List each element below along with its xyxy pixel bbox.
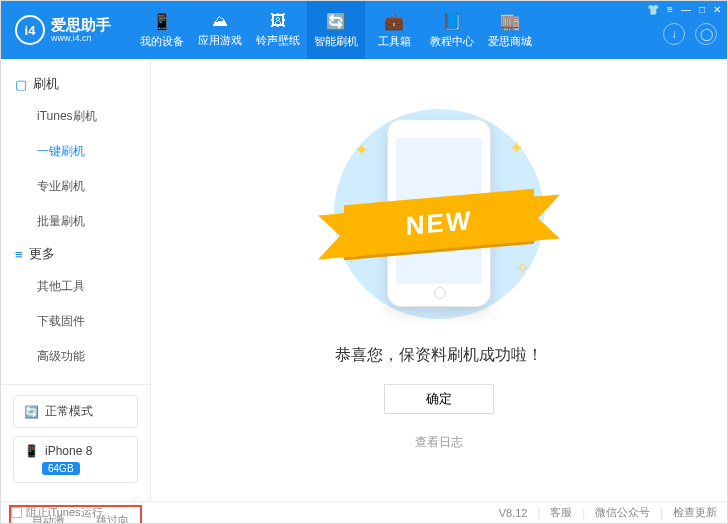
sidebar-item[interactable]: 高级功能 xyxy=(1,339,150,374)
nav-3[interactable]: 🔄智能刷机 xyxy=(307,1,365,59)
window-maximize-icon[interactable]: □ xyxy=(699,4,705,15)
checkbox-icon xyxy=(11,507,22,518)
nav-4[interactable]: 💼工具箱 xyxy=(365,1,423,59)
sparkle-icon: ✦ xyxy=(509,137,524,159)
window-close-icon[interactable]: ✕ xyxy=(713,4,721,15)
group-icon: ▢ xyxy=(15,77,27,92)
nav-label: 工具箱 xyxy=(378,34,411,49)
device-name: iPhone 8 xyxy=(45,444,92,458)
header-actions: ↓ ◯ xyxy=(663,23,717,45)
refresh-icon: 🔄 xyxy=(24,405,39,419)
phone-icon: 📱 xyxy=(24,444,39,458)
sidebar-item[interactable]: iTunes刷机 xyxy=(1,99,150,134)
view-log-link[interactable]: 查看日志 xyxy=(415,434,463,451)
nav-icon: 📱 xyxy=(152,12,172,31)
sidebar-item[interactable]: 专业刷机 xyxy=(1,169,150,204)
nav-label: 爱思商城 xyxy=(488,34,532,49)
nav-icon: 💼 xyxy=(384,12,404,31)
nav-icon: 🏬 xyxy=(500,12,520,31)
nav-label: 铃声壁纸 xyxy=(256,33,300,48)
sidebar-item[interactable]: 一键刷机 xyxy=(1,134,150,169)
nav-label: 智能刷机 xyxy=(314,34,358,49)
sidebar-item[interactable]: 其他工具 xyxy=(1,269,150,304)
nav-icon: 🔄 xyxy=(326,12,346,31)
device-storage-badge: 64GB xyxy=(42,462,80,475)
download-button[interactable]: ↓ xyxy=(663,23,685,45)
nav-icon: ⛰ xyxy=(212,12,228,30)
nav-icon: 🖼 xyxy=(270,12,286,30)
nav-1[interactable]: ⛰应用游戏 xyxy=(191,1,249,59)
wechat-link[interactable]: 微信公众号 xyxy=(595,505,650,520)
nav-0[interactable]: 📱我的设备 xyxy=(133,1,191,59)
nav-label: 我的设备 xyxy=(140,34,184,49)
block-itunes-checkbox[interactable]: 阻止iTunes运行 xyxy=(11,505,103,520)
brand-site: www.i4.cn xyxy=(51,33,111,43)
nav-label: 教程中心 xyxy=(430,34,474,49)
device-mode-label: 正常模式 xyxy=(45,403,93,420)
nav-5[interactable]: 📘教程中心 xyxy=(423,1,481,59)
nav-2[interactable]: 🖼铃声壁纸 xyxy=(249,1,307,59)
nav-6[interactable]: 🏬爱思商城 xyxy=(481,1,539,59)
support-link[interactable]: 客服 xyxy=(550,505,572,520)
account-button[interactable]: ◯ xyxy=(695,23,717,45)
logo-icon: i4 xyxy=(15,15,45,45)
check-update-link[interactable]: 检查更新 xyxy=(673,505,717,520)
nav-icon: 📘 xyxy=(442,12,462,31)
sidebar-item[interactable]: 批量刷机 xyxy=(1,204,150,239)
success-illustration: ✦ ✦ ✧ ✧ NEW xyxy=(324,99,554,329)
sidebar-item[interactable]: 下载固件 xyxy=(1,304,150,339)
window-menu-icon[interactable]: ≡ xyxy=(667,4,673,15)
device-card[interactable]: 📱 iPhone 8 64GB xyxy=(13,436,138,483)
group-icon: ≡ xyxy=(15,247,23,262)
success-message: 恭喜您，保资料刷机成功啦！ xyxy=(335,345,543,366)
sidebar-group-header: ▢刷机 xyxy=(1,69,150,99)
confirm-button[interactable]: 确定 xyxy=(384,384,494,414)
sidebar: ▢刷机iTunes刷机一键刷机专业刷机批量刷机≡更多其他工具下载固件高级功能 🔄… xyxy=(1,59,151,501)
main-panel: ✦ ✦ ✧ ✧ NEW 恭喜您，保资料刷机成功啦！ 确定 查看日志 xyxy=(151,59,727,501)
window-skin-icon[interactable]: 👕 xyxy=(647,4,659,15)
version-label: V8.12 xyxy=(499,507,528,519)
window-controls: 👕 ≡ — □ ✕ xyxy=(647,4,721,15)
app-header: i4 爱思助手 www.i4.cn 📱我的设备⛰应用游戏🖼铃声壁纸🔄智能刷机💼工… xyxy=(1,1,727,59)
nav-label: 应用游戏 xyxy=(198,33,242,48)
brand-name: 爱思助手 xyxy=(51,17,111,34)
sidebar-group-header: ≡更多 xyxy=(1,239,150,269)
window-minimize-icon[interactable]: — xyxy=(681,4,691,15)
top-nav: 📱我的设备⛰应用游戏🖼铃声壁纸🔄智能刷机💼工具箱📘教程中心🏬爱思商城 xyxy=(133,1,539,59)
sparkle-icon: ✧ xyxy=(515,257,530,279)
device-mode-card[interactable]: 🔄 正常模式 xyxy=(13,395,138,428)
sparkle-icon: ✦ xyxy=(354,139,369,161)
brand-logo: i4 爱思助手 www.i4.cn xyxy=(1,15,125,45)
